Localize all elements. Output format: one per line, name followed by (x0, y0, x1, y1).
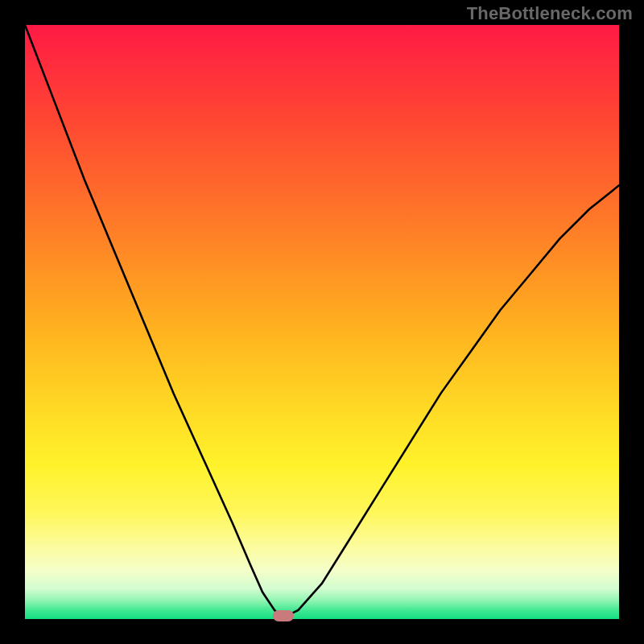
curve-path (25, 25, 619, 616)
plot-area (25, 25, 619, 619)
chart-frame: TheBottleneck.com (0, 0, 644, 644)
bottleneck-curve (25, 25, 619, 619)
optimal-point-marker (273, 610, 294, 621)
watermark-text: TheBottleneck.com (467, 3, 633, 24)
